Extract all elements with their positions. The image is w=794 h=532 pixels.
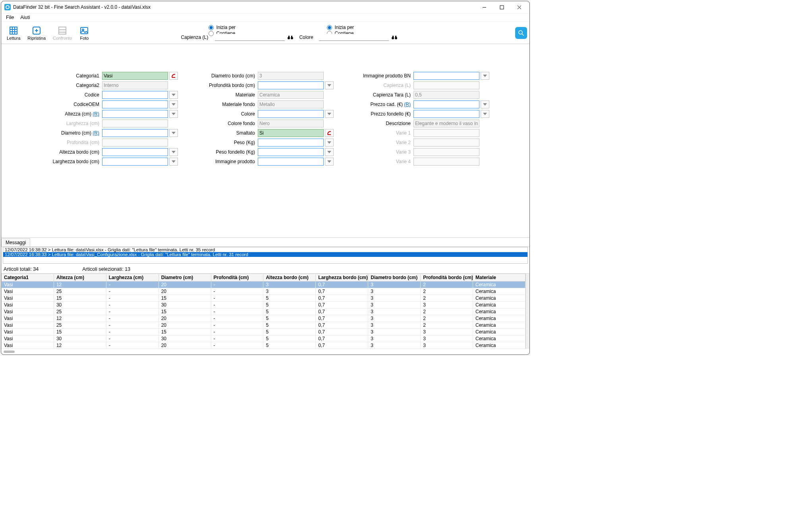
table-row[interactable]: Vasi12-20-50,732Ceramica	[2, 315, 525, 322]
toolbar-read[interactable]: Lettura	[4, 25, 23, 41]
table-row[interactable]: Vasi12-20-30,732Ceramica	[2, 281, 525, 288]
table-row[interactable]: Vasi30-30-50,733Ceramica	[2, 335, 525, 342]
radio-col-startswith[interactable]: Inizia per	[327, 25, 398, 30]
clear-button[interactable]	[325, 129, 334, 137]
dropdown-button[interactable]	[325, 139, 334, 146]
input-diametro[interactable]	[102, 129, 168, 137]
search-cap-input[interactable]	[215, 34, 285, 41]
dropdown-button[interactable]	[169, 110, 178, 118]
close-button[interactable]	[510, 2, 528, 13]
input-prezzocad[interactable]	[413, 100, 479, 108]
range-link[interactable]: (R)	[93, 130, 99, 136]
label-colorefondo: Colore fondo	[197, 121, 257, 126]
column-header[interactable]: Larghezza (cm)	[106, 274, 158, 281]
dropdown-button[interactable]	[169, 100, 178, 108]
table-cell: -	[106, 308, 158, 315]
binoculars-icon[interactable]	[391, 34, 398, 40]
dropdown-button[interactable]	[169, 158, 178, 166]
dropdown-button[interactable]	[481, 72, 489, 80]
range-link[interactable]: (R)	[404, 102, 411, 107]
form-col-3: Immagine prodotto BN Capienza (L) Capien…	[353, 72, 489, 166]
menu-file[interactable]: File	[3, 14, 17, 21]
tab-messages[interactable]: Messaggi	[1, 238, 30, 247]
dropdown-button[interactable]	[325, 148, 334, 156]
column-header[interactable]: Larghezza bordo (cm)	[316, 274, 368, 281]
table-cell: -	[106, 295, 158, 302]
message-line[interactable]: 12/07/2022 16:38:33 > Lettura file: data…	[3, 252, 527, 257]
messages-tabbar: Messaggi	[1, 238, 529, 247]
input-imgprod[interactable]	[258, 158, 324, 166]
input-categoria1[interactable]	[102, 72, 168, 80]
message-line[interactable]: 12/07/2022 16:38:32 > Lettura file: data…	[3, 247, 527, 252]
dropdown-button[interactable]	[325, 158, 334, 166]
input-prezzofond[interactable]	[413, 110, 479, 118]
input-altezza[interactable]	[102, 110, 168, 118]
table-cell: 25	[54, 308, 106, 315]
input-larghezzabordo[interactable]	[102, 158, 168, 166]
dropdown-button[interactable]	[481, 100, 489, 108]
clear-button[interactable]	[169, 72, 178, 80]
table-row[interactable]: Vasi12-20-50,733Ceramica	[2, 342, 525, 349]
dropdown-button[interactable]	[325, 110, 334, 118]
table-cell: 20	[158, 288, 211, 295]
radio-cap-startswith[interactable]: Inizia per	[209, 25, 294, 30]
table-cell: 30	[158, 335, 211, 342]
label-peso: Peso (Kg)	[197, 140, 257, 145]
range-link[interactable]: (R)	[93, 111, 99, 117]
column-header[interactable]: Categoria1	[2, 274, 54, 281]
column-header[interactable]: Profondità bordo (cm)	[421, 274, 473, 281]
label-prezzofond: Prezzo fondello (€)	[353, 111, 412, 117]
column-header[interactable]: Profondità (cm)	[211, 274, 263, 281]
input-codice[interactable]	[102, 91, 168, 99]
vertical-scrollbar[interactable]	[525, 274, 529, 349]
dropdown-button[interactable]	[481, 110, 489, 118]
column-header[interactable]: Materiale	[473, 274, 525, 281]
input-larghezza	[102, 120, 168, 127]
input-altezzabordo[interactable]	[102, 148, 168, 156]
toolbar-restore[interactable]: Ripristina	[24, 25, 49, 41]
column-header[interactable]: Altezza bordo (cm)	[263, 274, 316, 281]
table-cell: 2	[421, 315, 473, 322]
dropdown-button[interactable]	[169, 91, 178, 99]
input-profbordo[interactable]	[258, 81, 324, 89]
table-cell: 3	[368, 295, 421, 302]
table-cell: -	[211, 308, 263, 315]
table-row[interactable]: Vasi25-20-50,732Ceramica	[2, 322, 525, 329]
column-header[interactable]: Diametro bordo (cm)	[368, 274, 421, 281]
data-grid[interactable]: Categoria1Altezza (cm)Larghezza (cm)Diam…	[1, 274, 525, 349]
toolbar-photo[interactable]: Foto	[76, 25, 93, 41]
table-row[interactable]: Vasi30-30-50,733Ceramica	[2, 302, 525, 308]
dropdown-button[interactable]	[169, 148, 178, 156]
table-cell: 3	[368, 342, 421, 349]
input-profondita	[102, 139, 168, 146]
horizontal-scrollbar[interactable]	[1, 349, 529, 355]
binoculars-icon[interactable]	[287, 34, 294, 40]
table-cell: 15	[158, 308, 211, 315]
minimize-button[interactable]	[475, 2, 493, 13]
search-col-input[interactable]	[319, 34, 389, 41]
input-pesofond[interactable]	[258, 148, 324, 156]
table-cell: 5	[263, 315, 316, 322]
dropdown-button[interactable]	[169, 129, 178, 137]
column-header[interactable]: Altezza (cm)	[54, 274, 106, 281]
input-smaltato[interactable]	[258, 129, 324, 137]
input-peso[interactable]	[258, 139, 324, 146]
table-row[interactable]: Vasi25-20-30,732Ceramica	[2, 288, 525, 295]
label-altezzabordo: Altezza bordo (cm)	[41, 149, 101, 155]
table-row[interactable]: Vasi15-15-50,733Ceramica	[2, 329, 525, 335]
table-cell: -	[106, 281, 158, 288]
table-cell: 0,7	[316, 335, 368, 342]
table-cell: Ceramica	[473, 288, 525, 295]
input-codiceoem[interactable]	[102, 100, 168, 108]
input-imgbn[interactable]	[413, 72, 479, 80]
table-row[interactable]: Vasi25-15-50,732Ceramica	[2, 308, 525, 315]
form-area: Categoria1 Categoria2 Codice CodiceOEM A…	[1, 44, 529, 238]
input-colore[interactable]	[258, 110, 324, 118]
menu-help[interactable]: Aiuti	[17, 14, 33, 21]
column-header[interactable]: Diametro (cm)	[158, 274, 211, 281]
messages-box[interactable]: 12/07/2022 16:38:32 > Lettura file: data…	[3, 247, 528, 264]
dropdown-button[interactable]	[325, 81, 334, 89]
table-cell: -	[106, 329, 158, 335]
maximize-button[interactable]	[493, 2, 510, 13]
table-row[interactable]: Vasi15-15-50,732Ceramica	[2, 295, 525, 302]
